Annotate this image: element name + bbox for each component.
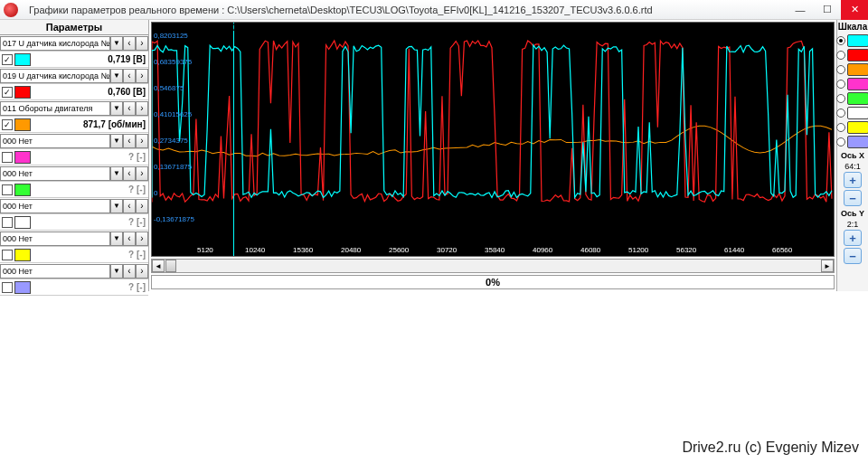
scale-radio-4[interactable] <box>836 94 845 103</box>
x-tick: 51200 <box>628 246 648 254</box>
window-title: Графики параметров реального времени : C… <box>22 5 787 15</box>
x-tick: 35840 <box>485 246 505 254</box>
scale-radio-0[interactable] <box>836 36 845 45</box>
param-color-4[interactable] <box>14 184 31 196</box>
param-checkbox-4[interactable] <box>2 184 13 195</box>
param-select-7[interactable]: 000 Нет <box>0 264 110 279</box>
minimize-button[interactable]: — <box>787 0 814 20</box>
scroll-right-arrow[interactable]: ► <box>821 260 834 272</box>
x-tick: 15360 <box>293 246 313 254</box>
horizontal-scrollbar[interactable]: ◄ ► <box>151 259 835 273</box>
scale-radio-5[interactable] <box>836 109 845 118</box>
zoom-y-in-button[interactable]: + <box>844 230 862 246</box>
param-select-4[interactable]: 000 Нет <box>0 166 110 181</box>
param-select-3[interactable]: 000 Нет <box>0 134 110 148</box>
scale-color-4[interactable] <box>847 92 868 105</box>
param-color-0[interactable] <box>14 53 31 66</box>
y-tick: 0,8203125 <box>154 32 188 40</box>
scale-color-7[interactable] <box>847 136 868 148</box>
scale-radio-7[interactable] <box>836 137 845 146</box>
axis-x-label: Ось X <box>841 151 864 160</box>
param-select-2[interactable]: 011 Обороты двигателя <box>0 101 110 116</box>
close-button[interactable]: ✕ <box>841 0 868 20</box>
scale-radio-3[interactable] <box>836 80 845 89</box>
param-dropdown-6[interactable]: ▼ <box>110 232 123 246</box>
param-dropdown-4[interactable]: ▼ <box>110 166 123 181</box>
param-next-1[interactable]: › <box>136 69 148 83</box>
scale-radio-1[interactable] <box>836 51 845 60</box>
watermark: Drive2.ru (c) Evgeniy Mizev <box>682 439 859 456</box>
param-checkbox-7[interactable] <box>2 282 13 293</box>
param-checkbox-6[interactable] <box>2 250 13 260</box>
param-color-3[interactable] <box>14 151 31 164</box>
time-cursor[interactable] <box>233 23 234 256</box>
param-checkbox-0[interactable] <box>2 54 13 65</box>
param-color-1[interactable] <box>14 86 31 99</box>
param-value-6: ? [-] <box>33 250 148 260</box>
param-color-7[interactable] <box>14 281 31 294</box>
scale-radio-2[interactable] <box>836 65 845 74</box>
param-next-2[interactable]: › <box>136 101 148 116</box>
param-prev-2[interactable]: ‹ <box>123 101 136 116</box>
param-next-7[interactable]: › <box>136 264 148 279</box>
param-color-6[interactable] <box>14 249 31 261</box>
param-color-2[interactable] <box>14 118 31 131</box>
param-dropdown-3[interactable]: ▼ <box>110 134 123 148</box>
scale-color-5[interactable] <box>847 107 868 119</box>
param-select-1[interactable]: 019 U датчика кислорода №1. Банк 2 <box>0 69 110 83</box>
time-label: Время: 7871мс (0:0:7.871) <box>153 22 278 33</box>
param-checkbox-1[interactable] <box>2 87 13 98</box>
scale-radio-6[interactable] <box>836 123 845 132</box>
param-select-5[interactable]: 000 Нет <box>0 199 110 213</box>
progress-label: 0% <box>151 275 835 289</box>
param-prev-6[interactable]: ‹ <box>123 232 136 246</box>
scale-color-3[interactable] <box>847 78 868 90</box>
axis-y-label: Ось Y <box>841 209 864 218</box>
param-prev-1[interactable]: ‹ <box>123 69 136 83</box>
param-checkbox-3[interactable] <box>2 152 13 163</box>
maximize-button[interactable]: ☐ <box>814 0 841 20</box>
param-dropdown-1[interactable]: ▼ <box>110 69 123 83</box>
param-next-6[interactable]: › <box>136 232 148 246</box>
param-checkbox-5[interactable] <box>2 217 13 228</box>
param-checkbox-2[interactable] <box>2 119 13 130</box>
param-color-5[interactable] <box>14 216 31 229</box>
scale-color-1[interactable] <box>847 49 868 61</box>
parameters-sidebar: Параметры 017 U датчика кислорода №1. Ба… <box>0 20 149 291</box>
x-tick: 40960 <box>533 246 552 254</box>
param-value-2: 871,7 [об/мин] <box>33 119 148 129</box>
x-tick: 10240 <box>245 246 265 254</box>
x-tick: 20480 <box>341 246 361 254</box>
param-prev-5[interactable]: ‹ <box>123 199 136 213</box>
param-prev-4[interactable]: ‹ <box>123 166 136 181</box>
zoom-y-out-button[interactable]: − <box>844 248 862 264</box>
param-value-1: 0,760 [В] <box>33 87 148 97</box>
param-select-6[interactable]: 000 Нет <box>0 232 110 246</box>
param-dropdown-2[interactable]: ▼ <box>110 101 123 116</box>
param-next-5[interactable]: › <box>136 199 148 213</box>
scale-color-2[interactable] <box>847 63 868 76</box>
y-tick: 0,2734375 <box>154 137 188 145</box>
scroll-thumb[interactable] <box>165 260 176 272</box>
axis-x-ratio: 64:1 <box>844 162 861 171</box>
y-tick: 0 <box>154 189 157 197</box>
param-dropdown-5[interactable]: ▼ <box>110 199 123 213</box>
scale-color-0[interactable] <box>847 34 868 47</box>
y-tick: 0,41015625 <box>154 110 192 118</box>
param-dropdown-0[interactable]: ▼ <box>110 36 123 51</box>
param-prev-7[interactable]: ‹ <box>123 264 136 279</box>
param-value-5: ? [-] <box>33 217 148 227</box>
param-prev-0[interactable]: ‹ <box>123 36 136 51</box>
scale-color-6[interactable] <box>847 121 868 134</box>
zoom-x-out-button[interactable]: − <box>844 190 862 206</box>
chart-canvas[interactable]: 0,82031250,683593750,5468750,410156250,2… <box>151 22 835 257</box>
param-next-0[interactable]: › <box>136 36 148 51</box>
param-select-0[interactable]: 017 U датчика кислорода №1. Банк 1 <box>0 36 110 51</box>
param-next-4[interactable]: › <box>136 166 148 181</box>
param-prev-3[interactable]: ‹ <box>123 134 136 148</box>
zoom-x-in-button[interactable]: + <box>844 172 862 188</box>
scale-header: Шкала <box>838 20 868 33</box>
param-next-3[interactable]: › <box>136 134 148 148</box>
scroll-left-arrow[interactable]: ◄ <box>152 260 165 272</box>
param-dropdown-7[interactable]: ▼ <box>110 264 123 279</box>
